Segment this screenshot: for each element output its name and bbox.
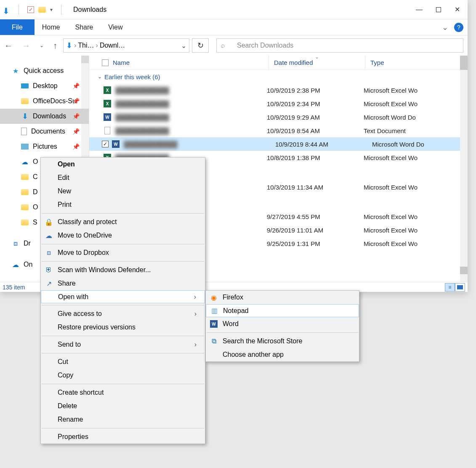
group-header[interactable]: ⌄ Earlier this week (6) — [89, 70, 468, 83]
menuitem-new[interactable]: New — [41, 185, 205, 198]
menuitem-copy[interactable]: Copy — [41, 369, 205, 382]
refresh-button[interactable]: ↻ — [192, 38, 209, 53]
file-type: Microsoft Excel Wo — [359, 184, 417, 191]
tab-share[interactable]: Share — [67, 19, 101, 35]
search-placeholder: Search Downloads — [237, 42, 293, 49]
menuitem-cut[interactable]: Cut — [41, 355, 205, 369]
menuitem-move-to-dropbox[interactable]: ⧈Move to Dropbox — [41, 246, 205, 259]
tab-file[interactable]: File — [0, 19, 35, 35]
menuitem-move-to-onedrive[interactable]: ☁Move to OneDrive — [41, 229, 205, 242]
store-icon: ⧉ — [209, 337, 218, 345]
menuitem-print[interactable]: Print — [41, 198, 205, 211]
file-date: 10/8/2019 1:38 PM — [262, 154, 359, 161]
menuitem-classify-and-protect[interactable]: 🔒Classify and protect — [41, 215, 205, 229]
minimize-button[interactable]: — — [416, 6, 423, 13]
folder-icon — [21, 219, 29, 225]
file-date: 9/25/2019 1:31 PM — [262, 240, 359, 247]
maximize-button[interactable] — [436, 7, 441, 12]
file-date: 9/27/2019 4:55 PM — [262, 213, 359, 220]
back-button[interactable]: ← — [4, 41, 13, 51]
file-scrollbar[interactable] — [460, 56, 468, 282]
thumbnails-view-button[interactable] — [455, 283, 465, 291]
openwith-firefox[interactable]: ◉Firefox — [206, 291, 359, 304]
sidebar-item-pictures[interactable]: Pictures📌 — [0, 139, 89, 154]
pin-icon: 📌 — [72, 128, 80, 135]
down-arrow-icon: ⬇ — [66, 41, 72, 50]
sidebar-quick-access[interactable]: ★ Quick access — [0, 63, 89, 78]
openwith-choose[interactable]: Choose another app — [206, 348, 359, 361]
menuitem-delete[interactable]: Delete — [41, 399, 205, 413]
search-input[interactable]: ⌕ Search Downloads — [216, 38, 463, 53]
sidebar-item-documents[interactable]: Documents📌 — [0, 124, 89, 139]
menuitem-rename[interactable]: Rename — [41, 413, 205, 426]
menuitem-open-with[interactable]: Open with› — [41, 290, 205, 303]
address-dropdown-icon[interactable]: ⌄ — [181, 42, 186, 50]
openwith-word[interactable]: WWord — [206, 317, 359, 331]
word-icon: W — [209, 320, 218, 328]
menuitem-edit[interactable]: Edit — [41, 171, 205, 185]
qat-dropdown-icon[interactable]: ▾ — [50, 7, 53, 13]
download-icon: ⬇ — [21, 112, 29, 121]
word-icon: W — [104, 113, 111, 121]
file-row[interactable]: X████████████10/9/2019 2:38 PMMicrosoft … — [89, 83, 468, 97]
column-name[interactable]: Name — [109, 59, 269, 66]
folder-icon — [38, 7, 46, 13]
pin-icon: 📌 — [72, 113, 80, 120]
sidebar-item-desktop[interactable]: Desktop📌 — [0, 78, 89, 94]
status-text: 135 item — [3, 284, 25, 291]
menu-icon: ↗ — [44, 280, 53, 288]
menuitem-share[interactable]: ↗Share — [41, 277, 205, 290]
breadcrumb-downloads[interactable]: Downl… — [100, 42, 125, 49]
pin-icon: 📌 — [72, 83, 80, 89]
close-button[interactable]: ✕ — [455, 5, 460, 13]
collapse-icon[interactable]: ⌄ — [98, 74, 102, 80]
row-checkbox[interactable]: ✓ — [102, 141, 109, 147]
submenu-arrow-icon: › — [194, 310, 197, 318]
breadcrumb-pc[interactable]: Thi… — [78, 42, 94, 49]
file-row[interactable]: X████████████10/9/2019 2:34 PMMicrosoft … — [89, 97, 468, 110]
file-row[interactable]: ████████████10/9/2019 8:54 AMText Docume… — [89, 124, 468, 137]
openwith-notepad[interactable]: ▥Notepad — [206, 304, 359, 317]
folder-icon — [21, 204, 29, 210]
openwith-submenu: ◉Firefox ▥Notepad WWord ⧉Search the Micr… — [205, 290, 359, 362]
tab-home[interactable]: Home — [35, 19, 68, 35]
column-date[interactable]: ⌄Date modified — [269, 56, 365, 70]
help-button[interactable]: ? — [454, 23, 463, 32]
column-headers[interactable]: Name ⌄Date modified Type — [89, 56, 468, 70]
word-icon: W — [112, 140, 120, 148]
file-type: Microsoft Excel Wo — [359, 154, 417, 161]
ribbon: File Home Share View ⌄ ? — [0, 19, 468, 35]
onedrive-icon: ☁ — [12, 261, 19, 269]
menuitem-open[interactable]: Open — [41, 158, 205, 171]
breadcrumb[interactable]: ⬇ › Thi… › Downl… — [66, 41, 125, 50]
submenu-arrow-icon: › — [194, 341, 197, 348]
menuitem-give-access-to[interactable]: Give access to› — [41, 307, 205, 321]
notepad-icon: ▥ — [210, 307, 219, 315]
menuitem-create-shortcut[interactable]: Create shortcut — [41, 386, 205, 399]
sidebar-item-officedocs[interactable]: OfficeDocs-Su📌 — [0, 94, 89, 109]
menuitem-restore-previous-versions[interactable]: Restore previous versions — [41, 321, 205, 334]
folder-icon — [21, 174, 29, 180]
address-bar[interactable]: ⬇ › Thi… › Downl… ⌄ — [63, 38, 189, 53]
column-type[interactable]: Type — [365, 59, 441, 66]
menuitem-scan-with-windows-defender-[interactable]: ⛨Scan with Windows Defender... — [41, 263, 205, 277]
openwith-store[interactable]: ⧉Search the Microsoft Store — [206, 334, 359, 348]
file-name: ████████████ — [113, 87, 262, 94]
recent-locations-button[interactable]: ⌄ — [40, 43, 44, 48]
properties-qat-icon[interactable]: ✓ — [27, 6, 34, 13]
menuitem-send-to[interactable]: Send to› — [41, 338, 205, 351]
details-view-button[interactable]: ≡ — [445, 283, 455, 291]
titlebar: ⬇ ✓ ▾ Downloads — ✕ — [0, 0, 468, 19]
file-type: Microsoft Word Do — [359, 114, 416, 121]
sort-desc-icon: ⌄ — [315, 56, 319, 60]
file-row[interactable]: ✓W████████████10/9/2019 8:44 AMMicrosoft… — [89, 137, 468, 151]
menuitem-properties[interactable]: Properties — [41, 430, 205, 444]
select-all-checkbox[interactable] — [102, 59, 109, 66]
file-row[interactable]: W████████████10/9/2019 9:29 AMMicrosoft … — [89, 110, 468, 124]
up-button[interactable]: ↑ — [53, 41, 57, 51]
ribbon-expand-icon[interactable]: ⌄ — [442, 23, 448, 32]
sidebar-item-downloads[interactable]: ⬇Downloads📌 — [0, 109, 89, 124]
star-icon: ★ — [12, 67, 19, 75]
forward-button[interactable]: → — [22, 41, 30, 51]
tab-view[interactable]: View — [101, 19, 130, 35]
